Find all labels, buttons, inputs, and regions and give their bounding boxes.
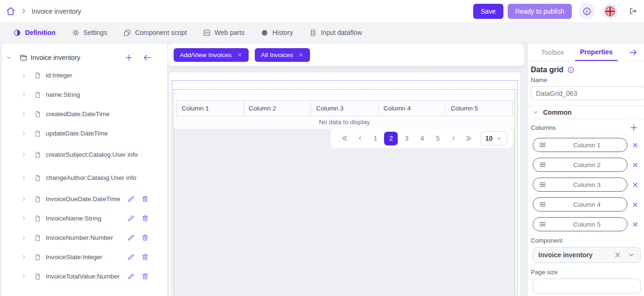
chevron-right-icon[interactable]: [21, 235, 27, 241]
datagrid-preview[interactable]: Column 1 Column 2 Column 3 Column 4 Colu…: [176, 100, 513, 116]
designer-canvas: Add/View Invoices All Invoices Column 1 …: [167, 43, 527, 296]
delete-icon[interactable]: [141, 272, 149, 280]
column-item[interactable]: Column 5: [533, 217, 627, 231]
tree-scrollbar[interactable]: [0, 43, 2, 296]
tab-input-dataflow[interactable]: Input dataflow: [301, 22, 370, 43]
home-icon[interactable]: [5, 6, 16, 17]
column-item[interactable]: Column 2: [533, 158, 627, 172]
tab-component-script[interactable]: Component script: [115, 22, 195, 43]
ready-to-publish-button[interactable]: Ready to publish: [508, 4, 572, 19]
delete-icon[interactable]: [141, 214, 149, 222]
clear-icon[interactable]: [614, 251, 621, 259]
tree-root-row[interactable]: Invoice inventory: [0, 50, 167, 66]
add-column-icon[interactable]: [629, 123, 638, 132]
drag-handle-icon[interactable]: [538, 141, 547, 149]
delete-icon[interactable]: [141, 234, 149, 242]
drag-handle-icon[interactable]: [538, 180, 547, 189]
info-icon[interactable]: [567, 66, 575, 74]
edit-icon[interactable]: [127, 272, 135, 280]
columns-label: Columns: [531, 124, 556, 131]
chip-add-view-invoices[interactable]: Add/View Invoices: [174, 48, 249, 62]
remove-column-icon[interactable]: [632, 161, 639, 169]
chevron-right-icon[interactable]: [21, 92, 27, 98]
tab-properties[interactable]: Properties: [575, 43, 617, 61]
delete-icon[interactable]: [141, 195, 149, 203]
page-button-4[interactable]: 4: [414, 129, 430, 148]
tab-history[interactable]: History: [252, 22, 301, 43]
page-size-select[interactable]: 10: [480, 131, 507, 145]
remove-column-icon[interactable]: [632, 221, 639, 228]
page-button-5[interactable]: 5: [430, 129, 445, 148]
chevron-right-icon[interactable]: [21, 254, 27, 260]
chevron-right-icon[interactable]: [21, 152, 27, 158]
drag-handle-icon[interactable]: [538, 220, 547, 228]
collapse-properties-icon[interactable]: [628, 43, 638, 61]
section-common[interactable]: Common: [528, 106, 644, 119]
chevron-down-icon[interactable]: [6, 54, 12, 61]
close-icon[interactable]: [237, 52, 243, 58]
last-page-icon[interactable]: [461, 129, 477, 148]
language-button[interactable]: [602, 3, 618, 19]
row-container-outline[interactable]: Column 1 Column 2 Column 3 Column 4 Colu…: [172, 80, 518, 296]
chevron-right-icon[interactable]: [21, 196, 27, 202]
chevron-right-icon[interactable]: [21, 273, 27, 279]
delete-icon[interactable]: [141, 253, 149, 261]
tab-web-parts[interactable]: Web parts: [195, 22, 253, 43]
tab-settings[interactable]: Settings: [64, 22, 116, 43]
chevron-right-icon[interactable]: [21, 72, 27, 78]
edit-icon[interactable]: [127, 214, 135, 222]
save-button[interactable]: Save: [473, 4, 503, 19]
drag-handle-icon[interactable]: [538, 161, 547, 169]
info-button[interactable]: [579, 3, 595, 19]
column-item[interactable]: Column 3: [533, 178, 627, 192]
chevron-right-icon[interactable]: [21, 111, 27, 117]
drag-handle-icon[interactable]: [538, 200, 547, 209]
page-button-2-active[interactable]: 2: [383, 129, 399, 148]
page-size-input[interactable]: [533, 279, 641, 294]
chevron-right-icon[interactable]: [21, 215, 27, 221]
edit-icon[interactable]: [127, 253, 135, 261]
tab-toolbox[interactable]: Toolbox: [536, 43, 569, 61]
edit-icon[interactable]: [127, 195, 135, 203]
tree-item[interactable]: id:Integer: [0, 66, 167, 85]
chip-all-invoices[interactable]: All Invoices: [255, 48, 310, 62]
chevron-right-icon[interactable]: [21, 130, 27, 136]
column-item[interactable]: Column 1: [533, 138, 627, 152]
document-icon: [34, 110, 42, 118]
name-input[interactable]: [531, 86, 644, 100]
tree-item[interactable]: createdDate:DateTime: [0, 104, 167, 124]
column-item[interactable]: Column 4: [533, 197, 627, 211]
first-page-icon[interactable]: [336, 129, 352, 148]
tree-item[interactable]: InvoiceNumber:Number: [0, 228, 167, 247]
chevron-right-icon[interactable]: [21, 175, 27, 181]
remove-column-icon[interactable]: [632, 201, 639, 208]
tree-item[interactable]: InvoiceName:String: [0, 209, 167, 228]
logout-icon[interactable]: [628, 7, 637, 16]
chevron-down-icon[interactable]: [627, 251, 635, 259]
tree-item[interactable]: creatorSubject:Catalog:User info: [0, 143, 167, 166]
component-select[interactable]: Invoice inventory: [533, 247, 641, 263]
page-button-3[interactable]: 3: [399, 129, 414, 148]
column-item-label: Column 2: [547, 161, 627, 169]
datagrid-component-outline[interactable]: Column 1 Column 2 Column 3 Column 4 Colu…: [174, 89, 515, 296]
edit-icon[interactable]: [127, 234, 135, 242]
pagination-bar: 1 2 3 4 5 10: [331, 129, 513, 148]
tree-item[interactable]: changeAuthor:Catalog:User info: [0, 166, 167, 189]
tree-item[interactable]: name:String: [0, 85, 167, 104]
page-container-outline[interactable]: Column 1 Column 2 Column 3 Column 4 Colu…: [169, 72, 521, 296]
remove-column-icon[interactable]: [632, 142, 639, 149]
collapse-panel-icon[interactable]: [142, 53, 152, 62]
tab-definition[interactable]: Definition: [5, 22, 64, 43]
tree-item[interactable]: InvoiceState:Integer: [0, 247, 167, 267]
tab-web-parts-label: Web parts: [215, 29, 245, 36]
tree-item[interactable]: InvoiceDueDate:DateTime: [0, 189, 167, 209]
page-button-1[interactable]: 1: [368, 129, 383, 148]
close-icon[interactable]: [298, 52, 304, 58]
tree-item[interactable]: InvoiceTotalValue:Number: [0, 267, 167, 286]
tab-component-script-label: Component script: [135, 29, 187, 36]
next-page-icon[interactable]: [445, 129, 461, 148]
prev-page-icon[interactable]: [352, 129, 368, 148]
add-field-icon[interactable]: [125, 53, 133, 62]
tree-item[interactable]: updateDate:DateTime: [0, 124, 167, 143]
remove-column-icon[interactable]: [632, 181, 639, 188]
